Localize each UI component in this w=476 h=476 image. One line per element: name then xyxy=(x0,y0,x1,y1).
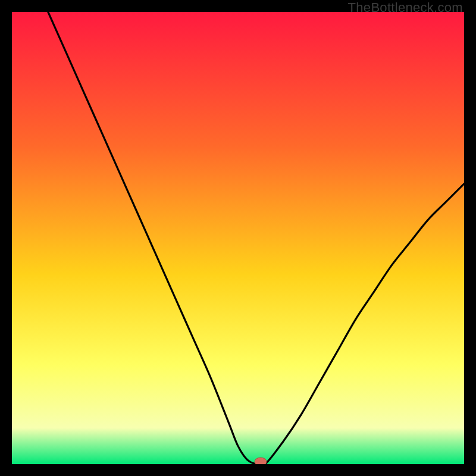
gradient-background xyxy=(12,12,464,464)
optimal-point-marker xyxy=(255,458,267,464)
bottleneck-chart xyxy=(12,12,464,464)
chart-frame: TheBottleneck.com xyxy=(0,0,476,476)
